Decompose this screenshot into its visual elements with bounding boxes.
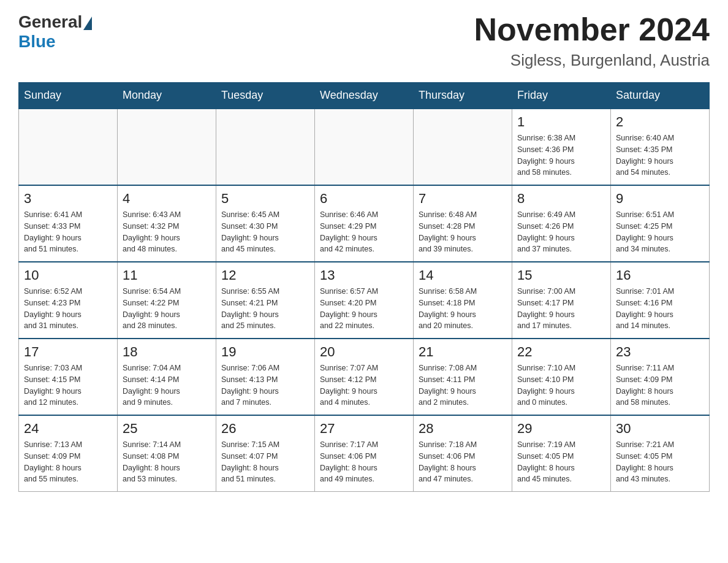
day-number: 19 (221, 344, 309, 360)
day-info: Sunrise: 7:01 AM Sunset: 4:16 PM Dayligh… (616, 286, 704, 332)
day-info: Sunrise: 6:57 AM Sunset: 4:20 PM Dayligh… (320, 286, 408, 332)
day-info: Sunrise: 7:06 AM Sunset: 4:13 PM Dayligh… (221, 362, 309, 408)
calendar-cell: 16Sunrise: 7:01 AM Sunset: 4:16 PM Dayli… (611, 262, 710, 339)
day-info: Sunrise: 7:04 AM Sunset: 4:14 PM Dayligh… (123, 362, 211, 408)
calendar-cell: 19Sunrise: 7:06 AM Sunset: 4:13 PM Dayli… (216, 339, 315, 415)
day-info: Sunrise: 7:13 AM Sunset: 4:09 PM Dayligh… (24, 439, 112, 485)
day-number: 15 (517, 267, 605, 283)
day-number: 28 (419, 421, 507, 437)
calendar-cell: 20Sunrise: 7:07 AM Sunset: 4:12 PM Dayli… (315, 339, 414, 415)
day-number: 16 (616, 267, 704, 283)
calendar-week-row: 10Sunrise: 6:52 AM Sunset: 4:23 PM Dayli… (19, 262, 710, 339)
weekday-header-friday: Friday (512, 83, 611, 109)
day-info: Sunrise: 7:14 AM Sunset: 4:08 PM Dayligh… (123, 439, 211, 485)
day-info: Sunrise: 6:49 AM Sunset: 4:26 PM Dayligh… (517, 209, 605, 255)
weekday-header-row: SundayMondayTuesdayWednesdayThursdayFrid… (19, 83, 710, 109)
location-subtitle: Sigless, Burgenland, Austria (474, 51, 710, 70)
day-info: Sunrise: 6:46 AM Sunset: 4:29 PM Dayligh… (320, 209, 408, 255)
calendar-cell (118, 109, 216, 185)
day-number: 5 (221, 191, 309, 207)
calendar-cell: 30Sunrise: 7:21 AM Sunset: 4:05 PM Dayli… (611, 415, 710, 492)
day-info: Sunrise: 6:40 AM Sunset: 4:35 PM Dayligh… (616, 132, 704, 178)
day-number: 12 (221, 267, 309, 283)
month-year-title: November 2024 (474, 12, 710, 47)
calendar-cell: 24Sunrise: 7:13 AM Sunset: 4:09 PM Dayli… (19, 415, 118, 492)
day-number: 8 (517, 191, 605, 207)
day-number: 24 (24, 421, 112, 437)
day-number: 25 (123, 421, 211, 437)
day-info: Sunrise: 6:45 AM Sunset: 4:30 PM Dayligh… (221, 209, 309, 255)
calendar-cell (315, 109, 414, 185)
day-number: 23 (616, 344, 704, 360)
calendar-cell: 14Sunrise: 6:58 AM Sunset: 4:18 PM Dayli… (414, 262, 512, 339)
day-number: 18 (123, 344, 211, 360)
calendar-cell: 1Sunrise: 6:38 AM Sunset: 4:36 PM Daylig… (512, 109, 611, 185)
day-number: 6 (320, 191, 408, 207)
calendar-cell: 3Sunrise: 6:41 AM Sunset: 4:33 PM Daylig… (19, 185, 118, 262)
calendar-cell (19, 109, 118, 185)
day-number: 11 (123, 267, 211, 283)
calendar-cell: 17Sunrise: 7:03 AM Sunset: 4:15 PM Dayli… (19, 339, 118, 415)
day-number: 2 (616, 114, 704, 130)
calendar-cell: 25Sunrise: 7:14 AM Sunset: 4:08 PM Dayli… (118, 415, 216, 492)
calendar-cell: 10Sunrise: 6:52 AM Sunset: 4:23 PM Dayli… (19, 262, 118, 339)
calendar-cell: 6Sunrise: 6:46 AM Sunset: 4:29 PM Daylig… (315, 185, 414, 262)
calendar-week-row: 1Sunrise: 6:38 AM Sunset: 4:36 PM Daylig… (19, 109, 710, 185)
day-number: 20 (320, 344, 408, 360)
day-number: 22 (517, 344, 605, 360)
calendar-week-row: 3Sunrise: 6:41 AM Sunset: 4:33 PM Daylig… (19, 185, 710, 262)
day-info: Sunrise: 7:00 AM Sunset: 4:17 PM Dayligh… (517, 286, 605, 332)
calendar-cell: 29Sunrise: 7:19 AM Sunset: 4:05 PM Dayli… (512, 415, 611, 492)
day-info: Sunrise: 6:54 AM Sunset: 4:22 PM Dayligh… (123, 286, 211, 332)
day-number: 21 (419, 344, 507, 360)
day-info: Sunrise: 6:41 AM Sunset: 4:33 PM Dayligh… (24, 209, 112, 255)
day-info: Sunrise: 7:10 AM Sunset: 4:10 PM Dayligh… (517, 362, 605, 408)
day-info: Sunrise: 6:52 AM Sunset: 4:23 PM Dayligh… (24, 286, 112, 332)
logo: General Blue (18, 12, 92, 52)
day-info: Sunrise: 7:18 AM Sunset: 4:06 PM Dayligh… (419, 439, 507, 485)
day-number: 10 (24, 267, 112, 283)
calendar-cell: 28Sunrise: 7:18 AM Sunset: 4:06 PM Dayli… (414, 415, 512, 492)
weekday-header-saturday: Saturday (611, 83, 710, 109)
day-info: Sunrise: 7:07 AM Sunset: 4:12 PM Dayligh… (320, 362, 408, 408)
calendar-cell: 9Sunrise: 6:51 AM Sunset: 4:25 PM Daylig… (611, 185, 710, 262)
calendar-cell: 8Sunrise: 6:49 AM Sunset: 4:26 PM Daylig… (512, 185, 611, 262)
calendar-cell: 7Sunrise: 6:48 AM Sunset: 4:28 PM Daylig… (414, 185, 512, 262)
calendar-cell (414, 109, 512, 185)
page-header: General Blue November 2024 Sigless, Burg… (18, 12, 710, 70)
logo-text-block: General Blue (18, 12, 92, 52)
weekday-header-thursday: Thursday (414, 83, 512, 109)
calendar-cell: 4Sunrise: 6:43 AM Sunset: 4:32 PM Daylig… (118, 185, 216, 262)
day-number: 14 (419, 267, 507, 283)
calendar-cell: 11Sunrise: 6:54 AM Sunset: 4:22 PM Dayli… (118, 262, 216, 339)
day-info: Sunrise: 6:43 AM Sunset: 4:32 PM Dayligh… (123, 209, 211, 255)
day-number: 26 (221, 421, 309, 437)
calendar-table: SundayMondayTuesdayWednesdayThursdayFrid… (18, 82, 710, 492)
calendar-cell: 12Sunrise: 6:55 AM Sunset: 4:21 PM Dayli… (216, 262, 315, 339)
calendar-week-row: 24Sunrise: 7:13 AM Sunset: 4:09 PM Dayli… (19, 415, 710, 492)
calendar-cell: 27Sunrise: 7:17 AM Sunset: 4:06 PM Dayli… (315, 415, 414, 492)
calendar-cell: 21Sunrise: 7:08 AM Sunset: 4:11 PM Dayli… (414, 339, 512, 415)
day-info: Sunrise: 6:58 AM Sunset: 4:18 PM Dayligh… (419, 286, 507, 332)
day-info: Sunrise: 6:38 AM Sunset: 4:36 PM Dayligh… (517, 132, 605, 178)
day-number: 30 (616, 421, 704, 437)
day-number: 13 (320, 267, 408, 283)
day-number: 4 (123, 191, 211, 207)
logo-general-text: General (18, 12, 82, 32)
day-number: 9 (616, 191, 704, 207)
calendar-week-row: 17Sunrise: 7:03 AM Sunset: 4:15 PM Dayli… (19, 339, 710, 415)
day-info: Sunrise: 6:55 AM Sunset: 4:21 PM Dayligh… (221, 286, 309, 332)
day-info: Sunrise: 7:03 AM Sunset: 4:15 PM Dayligh… (24, 362, 112, 408)
day-number: 3 (24, 191, 112, 207)
day-info: Sunrise: 7:15 AM Sunset: 4:07 PM Dayligh… (221, 439, 309, 485)
day-number: 17 (24, 344, 112, 360)
day-info: Sunrise: 6:48 AM Sunset: 4:28 PM Dayligh… (419, 209, 507, 255)
title-block: November 2024 Sigless, Burgenland, Austr… (474, 12, 710, 70)
calendar-cell (216, 109, 315, 185)
day-info: Sunrise: 7:21 AM Sunset: 4:05 PM Dayligh… (616, 439, 704, 485)
day-info: Sunrise: 7:19 AM Sunset: 4:05 PM Dayligh… (517, 439, 605, 485)
day-info: Sunrise: 7:17 AM Sunset: 4:06 PM Dayligh… (320, 439, 408, 485)
logo-blue-text: Blue (18, 32, 92, 52)
weekday-header-wednesday: Wednesday (315, 83, 414, 109)
day-number: 7 (419, 191, 507, 207)
